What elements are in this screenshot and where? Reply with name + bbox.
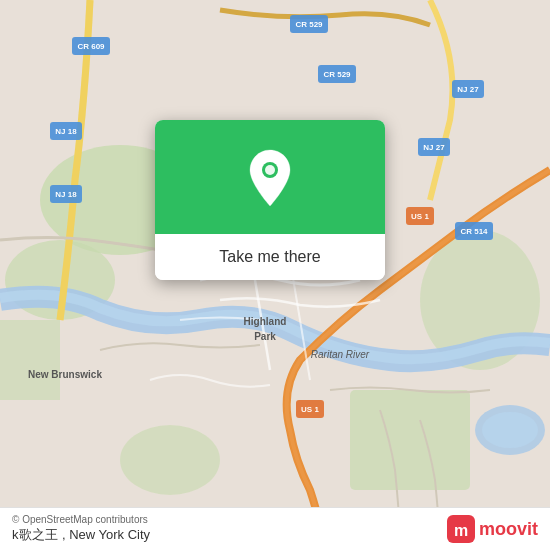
place-name: k歌之王 [12, 527, 58, 542]
svg-text:NJ 18: NJ 18 [55, 127, 77, 136]
svg-text:m: m [454, 522, 468, 539]
svg-rect-3 [350, 390, 470, 490]
moovit-logo: m moovit [447, 515, 538, 543]
svg-text:CR 529: CR 529 [323, 70, 351, 79]
svg-text:CR 514: CR 514 [460, 227, 488, 236]
svg-text:Park: Park [254, 331, 276, 342]
take-me-there-button[interactable]: Take me there [155, 234, 385, 280]
moovit-label: moovit [479, 519, 538, 540]
svg-text:CR 529: CR 529 [295, 20, 323, 29]
svg-text:NJ 18: NJ 18 [55, 190, 77, 199]
svg-text:Highland: Highland [244, 316, 287, 327]
svg-point-35 [265, 165, 275, 175]
map-container: CR 529 CR 609 NJ 18 NJ 18 CR 529 NJ 27 N… [0, 0, 550, 550]
svg-rect-5 [0, 320, 60, 400]
svg-point-6 [120, 425, 220, 495]
svg-text:NJ 27: NJ 27 [457, 85, 479, 94]
svg-text:NJ 27: NJ 27 [423, 143, 445, 152]
svg-text:Raritan River: Raritan River [311, 349, 370, 360]
bottom-bar: © OpenStreetMap contributors k歌之王 , New … [0, 507, 550, 550]
svg-text:US 1: US 1 [301, 405, 319, 414]
moovit-icon: m [447, 515, 475, 543]
bottom-left: © OpenStreetMap contributors k歌之王 , New … [12, 514, 150, 544]
place-suffix: , New York City [62, 527, 150, 542]
popup-header [155, 120, 385, 234]
location-pin-icon [244, 148, 296, 210]
popup-card: Take me there [155, 120, 385, 280]
svg-text:US 1: US 1 [411, 212, 429, 221]
svg-text:CR 609: CR 609 [77, 42, 105, 51]
svg-text:New Brunswick: New Brunswick [28, 369, 102, 380]
place-info: k歌之王 , New York City [12, 525, 150, 544]
svg-point-8 [482, 412, 538, 448]
attribution-text: © OpenStreetMap contributors [12, 514, 150, 525]
